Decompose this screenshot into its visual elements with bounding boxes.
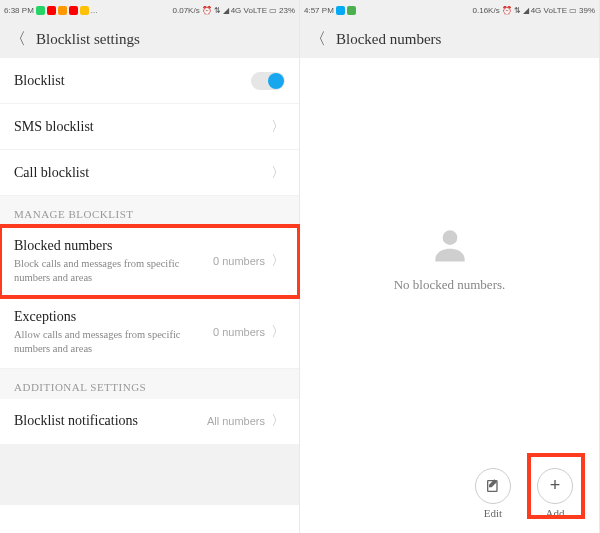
status-more: ... bbox=[91, 6, 98, 15]
statusbar-right: 4:57 PM 0.16K/s ⏰ ⇅ ◢ 4G VoLTE ▭ 39% bbox=[300, 0, 599, 20]
statusbar-left: 6:38 PM ... 0.07K/s ⏰ ⇅ ◢ 4G VoLTE ▭ 23% bbox=[0, 0, 299, 20]
alarm-icon: ⏰ bbox=[202, 6, 212, 15]
add-highlight bbox=[527, 453, 585, 519]
battery-icon: ▭ bbox=[569, 6, 577, 15]
chevron-right-icon: 〉 bbox=[271, 412, 285, 430]
row-call-blocklist[interactable]: Call blocklist 〉 bbox=[0, 150, 299, 196]
row-trail-value: All numbers bbox=[207, 415, 265, 427]
titlebar-left: 〈 Blocklist settings bbox=[0, 20, 299, 58]
row-label: Blocklist notifications bbox=[14, 413, 207, 429]
battery-icon: ▭ bbox=[269, 6, 277, 15]
chevron-right-icon: 〉 bbox=[271, 323, 285, 341]
row-label: Blocklist bbox=[14, 73, 251, 89]
chevron-right-icon: 〉 bbox=[271, 252, 285, 270]
row-label: Blocked numbers bbox=[14, 238, 213, 254]
row-sms-blocklist[interactable]: SMS blocklist 〉 bbox=[0, 104, 299, 150]
svg-point-0 bbox=[442, 230, 457, 245]
signal-icon: ◢ bbox=[523, 6, 529, 15]
row-blocked-numbers[interactable]: Blocked numbers Block calls and messages… bbox=[0, 226, 299, 297]
signal-icon: ◢ bbox=[223, 6, 229, 15]
row-label: Exceptions bbox=[14, 309, 213, 325]
status-net: 0.16K/s bbox=[473, 6, 500, 15]
row-trail-value: 0 numbers bbox=[213, 326, 265, 338]
page-title: Blocklist settings bbox=[36, 31, 140, 48]
back-icon[interactable]: 〈 bbox=[10, 29, 26, 50]
row-trail-value: 0 numbers bbox=[213, 255, 265, 267]
chevron-right-icon: 〉 bbox=[271, 164, 285, 182]
bottombar: Edit + Add bbox=[300, 463, 599, 523]
edit-icon bbox=[475, 468, 511, 504]
section-header-additional: ADDITIONAL SETTINGS bbox=[0, 369, 299, 399]
row-sublabel: Block calls and messages from specific n… bbox=[14, 257, 213, 284]
wifi-icon: ⇅ bbox=[214, 6, 221, 15]
section-additional: Blocklist notifications All numbers 〉 bbox=[0, 399, 299, 445]
youtube-icon-2 bbox=[69, 6, 78, 15]
edit-label: Edit bbox=[484, 507, 502, 519]
status-battery: 39% bbox=[579, 6, 595, 15]
bottom-spacer bbox=[0, 445, 299, 505]
status-battery: 23% bbox=[279, 6, 295, 15]
empty-text: No blocked numbers. bbox=[394, 277, 506, 293]
row-sublabel: Allow calls and messages from specific n… bbox=[14, 328, 213, 355]
titlebar-right: 〈 Blocked numbers bbox=[300, 20, 599, 58]
row-exceptions[interactable]: Exceptions Allow calls and messages from… bbox=[0, 297, 299, 368]
wifi-icon: ⇅ bbox=[514, 6, 521, 15]
chevron-right-icon: 〉 bbox=[271, 118, 285, 136]
person-icon bbox=[428, 223, 472, 267]
section-manage: Blocked numbers Block calls and messages… bbox=[0, 226, 299, 369]
phone-right: 4:57 PM 0.16K/s ⏰ ⇅ ◢ 4G VoLTE ▭ 39% 〈 B… bbox=[300, 0, 600, 533]
app-icon bbox=[347, 6, 356, 15]
edit-button[interactable]: Edit bbox=[475, 468, 511, 519]
row-blocklist[interactable]: Blocklist bbox=[0, 58, 299, 104]
page-title: Blocked numbers bbox=[336, 31, 441, 48]
status-net: 0.07K/s bbox=[173, 6, 200, 15]
row-notifications[interactable]: Blocklist notifications All numbers 〉 bbox=[0, 399, 299, 445]
app-icon bbox=[80, 6, 89, 15]
section-header-manage: MANAGE BLOCKLIST bbox=[0, 196, 299, 226]
section-main: Blocklist SMS blocklist 〉 Call blocklist… bbox=[0, 58, 299, 196]
notif-icon bbox=[58, 6, 67, 15]
whatsapp-icon bbox=[36, 6, 45, 15]
status-time: 6:38 PM bbox=[4, 6, 34, 15]
blocklist-toggle[interactable] bbox=[251, 72, 285, 90]
back-icon[interactable]: 〈 bbox=[310, 29, 326, 50]
status-carrier: 4G VoLTE bbox=[231, 6, 267, 15]
phone-left: 6:38 PM ... 0.07K/s ⏰ ⇅ ◢ 4G VoLTE ▭ 23%… bbox=[0, 0, 300, 533]
empty-state: No blocked numbers. bbox=[300, 58, 599, 458]
app-icon bbox=[336, 6, 345, 15]
status-time: 4:57 PM bbox=[304, 6, 334, 15]
youtube-icon bbox=[47, 6, 56, 15]
row-label: SMS blocklist bbox=[14, 119, 271, 135]
row-label: Call blocklist bbox=[14, 165, 271, 181]
alarm-icon: ⏰ bbox=[502, 6, 512, 15]
status-carrier: 4G VoLTE bbox=[531, 6, 567, 15]
